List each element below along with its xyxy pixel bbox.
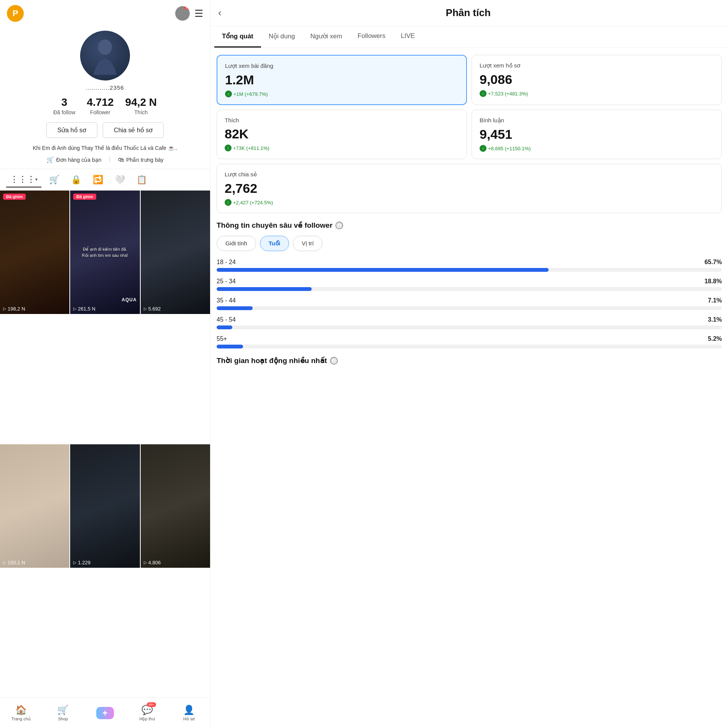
video-cell-2[interactable]: Đã ghim Để anh đi kiếm tiền đã. Rồi anh … — [70, 191, 140, 314]
tab-live[interactable]: LIVE — [393, 26, 422, 48]
video-cell-6[interactable]: ▷ 4.806 — [141, 444, 210, 568]
view-count-2: ▷ 261,5 N — [73, 306, 95, 312]
edit-profile-button[interactable]: Sửa hồ sơ — [46, 122, 97, 138]
card-value-1: 1.2M — [225, 72, 458, 87]
card-change-4: ↑ +8,695 (+1150.1%) — [480, 145, 714, 152]
age-pct-1: 65.7% — [705, 259, 722, 266]
stat-likes: 94,2 N Thích — [125, 96, 157, 115]
home-icon: 🏠 — [15, 705, 27, 715]
hamburger-menu[interactable]: ☰ — [194, 8, 203, 20]
age-pct-4: 3.1% — [708, 316, 722, 323]
video-grid: Đã ghim ▷ 198,2 N Đã ghim Để anh đi kiếm… — [0, 191, 210, 697]
active-time-title: Thời gian hoạt động nhiều nhất — [217, 356, 327, 365]
card-thich: Thích 82K ↑ +73K (+811.1%) — [217, 110, 467, 159]
age-range-2: 25 - 34 — [217, 278, 236, 285]
age-track-1 — [217, 268, 722, 272]
tab-tagged-icon[interactable]: 📋 — [133, 173, 151, 187]
active-time-info-icon[interactable]: ⓘ — [330, 357, 338, 365]
showcase-label: Phần trưng bày — [126, 157, 163, 163]
top-bar-right: 99 ☰ — [175, 6, 203, 21]
filter-age[interactable]: Tuổi — [260, 236, 289, 251]
nav-shop[interactable]: 🛒 Shop — [42, 705, 84, 721]
play-icon-4: ▷ — [3, 560, 6, 565]
card-luot-xem-ho-so: Lượt xem hồ sơ 9,086 ↑ +7,523 (+481.3%) — [472, 55, 722, 105]
tab-followers[interactable]: Followers — [350, 26, 393, 48]
orders-link[interactable]: 🛒 Đơn hàng của bạn — [46, 156, 101, 163]
tab-tong-quat[interactable]: Tổng quát — [214, 26, 261, 48]
nav-shop-label: Shop — [58, 716, 68, 721]
profile-section: ............2356 3 Đã follow 4.712 Follo… — [0, 27, 210, 163]
age-bars: 18 - 24 65.7% 25 - 34 18.8% 35 - 44 — [217, 259, 722, 348]
nav-add[interactable]: + — [84, 707, 126, 719]
age-pct-2: 18.8% — [705, 278, 722, 285]
age-track-2 — [217, 287, 722, 291]
age-track-3 — [217, 306, 722, 310]
notification-avatar[interactable]: 99 — [175, 6, 190, 21]
tab-noi-dung[interactable]: Nội dung — [261, 26, 303, 48]
inbox-badge: 99+ — [147, 702, 156, 707]
age-fill-2 — [217, 287, 312, 291]
nav-profile-label: Hồ sơ — [183, 716, 195, 721]
nav-home[interactable]: 🏠 Trang chủ — [0, 705, 42, 721]
tab-shop-icon[interactable]: 🛒 — [45, 173, 63, 187]
share-profile-button[interactable]: Chia sẻ hồ sơ — [103, 122, 164, 138]
card-luot-chia-se: Lượt chia sẻ 2,762 ↑ +2,427 (+724.5%) — [217, 164, 722, 213]
profile-p-icon[interactable]: P — [7, 5, 24, 22]
page-title: Phân tích — [228, 7, 709, 19]
card-value-3: 82K — [225, 127, 459, 141]
info-icon[interactable]: ⓘ — [335, 222, 343, 229]
wide-card-value: 2,762 — [225, 181, 714, 196]
age-track-5 — [217, 345, 722, 348]
svg-point-0 — [98, 39, 112, 55]
tab-grid-icon[interactable]: ⋮⋮⋮▾ — [6, 172, 41, 187]
followers-count: 4.712 — [87, 96, 114, 108]
age-bar-35-44: 35 - 44 7.1% — [217, 297, 722, 310]
age-fill-4 — [217, 325, 232, 329]
cart-icon: 🛒 — [46, 156, 54, 163]
up-arrow-3: ↑ — [225, 145, 232, 151]
card-luot-xem-bai-dang: Lượt xem bài đăng 1.2M ↑ +1M (+679.7%) — [217, 55, 467, 105]
play-icon-1: ▷ — [3, 306, 6, 311]
plus-icon: + — [102, 708, 108, 718]
back-button[interactable]: ‹ — [218, 7, 222, 19]
card-label-2: Lượt xem hồ sơ — [480, 62, 714, 69]
play-icon-6: ▷ — [144, 560, 147, 565]
tab-nguoi-xem[interactable]: Người xem — [302, 26, 350, 48]
age-range-4: 45 - 54 — [217, 316, 236, 323]
add-button[interactable]: + — [96, 707, 114, 719]
tab-repost-icon[interactable]: 🔁 — [89, 173, 107, 187]
tab-icons-row: ⋮⋮⋮▾ 🛒 🔒 🔁 🤍 📋 — [0, 169, 210, 191]
up-arrow-4: ↑ — [480, 145, 486, 152]
active-time-title-row: Thời gian hoạt động nhiều nhất ⓘ — [217, 356, 722, 365]
links-row: 🛒 Đơn hàng của bạn | 🛍 Phần trưng bày — [46, 156, 163, 163]
top-bar: P 99 ☰ — [0, 0, 210, 27]
inbox-icon-wrap: 💬 99+ — [141, 705, 153, 715]
age-fill-5 — [217, 345, 243, 348]
nav-inbox-label: Hộp thư — [139, 716, 154, 721]
left-panel: P 99 ☰ ............2356 3 Đã foll — [0, 0, 210, 728]
showcase-link[interactable]: 🛍 Phần trưng bày — [118, 156, 163, 163]
play-icon-2: ▷ — [73, 306, 76, 311]
video-cell-3[interactable]: ▷ 5.692 — [141, 191, 210, 314]
nav-profile[interactable]: 👤 Hồ sơ — [168, 705, 210, 721]
age-pct-5: 5.2% — [708, 335, 722, 342]
nav-inbox[interactable]: 💬 99+ Hộp thư — [126, 705, 168, 721]
wide-card-label: Lượt chia sẻ — [225, 171, 714, 178]
tab-liked-icon[interactable]: 🤍 — [111, 173, 129, 187]
filter-location[interactable]: Vị trí — [293, 236, 323, 251]
tab-saved-icon[interactable]: 🔒 — [67, 173, 85, 187]
likes-label: Thích — [134, 109, 148, 115]
card-label-1: Lượt xem bài đăng — [225, 62, 458, 69]
view-count-5: ▷ 1.229 — [73, 560, 90, 565]
analysis-tabs: Tổng quát Nội dung Người xem Followers L… — [210, 26, 728, 48]
video-cell-4[interactable]: ▷ 150,1 N — [0, 444, 69, 568]
bio-text: Khi Em đi Anh dùng Thay Thế là điều Thuố… — [29, 144, 181, 152]
video-cell-5[interactable]: ▷ 1.229 — [70, 444, 140, 568]
card-label-4: Bình luận — [480, 117, 714, 124]
filter-gender[interactable]: Giới tính — [217, 236, 256, 251]
shop-icon: 🛒 — [57, 705, 69, 715]
pinned-badge-1: Đã ghim — [3, 194, 26, 200]
video-cell-1[interactable]: Đã ghim ▷ 198,2 N — [0, 191, 69, 314]
card-binh-luan: Bình luận 9,451 ↑ +8,695 (+1150.1%) — [472, 110, 722, 159]
stats-cards-grid: Lượt xem bài đăng 1.2M ↑ +1M (+679.7%) L… — [210, 48, 728, 159]
